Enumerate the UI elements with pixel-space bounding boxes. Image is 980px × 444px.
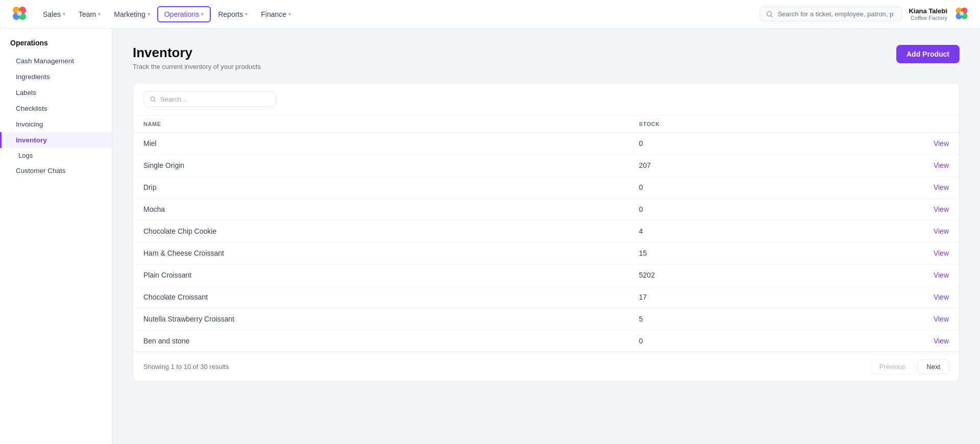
pagination-info: Showing 1 to 10 of 30 results xyxy=(143,363,229,371)
cell-name: Ben and stone xyxy=(133,330,629,352)
page-header-left: Inventory Track the current inventory of… xyxy=(133,45,261,70)
cell-name: Chocolate Croissant xyxy=(133,286,629,308)
sidebar-item-cash-management[interactable]: Cash Management xyxy=(0,53,112,69)
cell-stock: 0 xyxy=(629,177,876,199)
nav-menu: Sales ▾ Team ▾ Marketing ▾ Operations ▾ … xyxy=(37,6,760,22)
nav-reports[interactable]: Reports ▾ xyxy=(212,7,254,21)
user-name: Kiana Talebi xyxy=(909,7,947,15)
table-header-row: NAME STOCK xyxy=(133,116,959,133)
table-row: Miel 0 View xyxy=(133,133,959,155)
search-icon xyxy=(766,11,773,18)
cell-stock: 0 xyxy=(629,330,876,352)
cell-name: Plain Croissant xyxy=(133,264,629,286)
cell-name: Ham & Cheese Croissant xyxy=(133,242,629,264)
sidebar: Operations Cash Management Ingredients L… xyxy=(0,29,112,444)
view-link[interactable]: View xyxy=(876,242,959,264)
cell-stock: 15 xyxy=(629,242,876,264)
cell-name: Miel xyxy=(133,133,629,155)
cell-stock: 5202 xyxy=(629,264,876,286)
search-icon xyxy=(150,96,156,103)
nav-right: Kiana Talebi Coffee Factory xyxy=(760,6,970,22)
col-header-name: NAME xyxy=(133,116,629,133)
chevron-down-icon: ▾ xyxy=(98,11,101,17)
table-row: Ham & Cheese Croissant 15 View xyxy=(133,242,959,264)
chevron-down-icon: ▾ xyxy=(63,11,65,17)
view-link[interactable]: View xyxy=(876,286,959,308)
table-row: Single Origin 207 View xyxy=(133,155,959,177)
page-subtitle: Track the current inventory of your prod… xyxy=(133,63,261,70)
sidebar-item-inventory[interactable]: Inventory xyxy=(0,132,112,148)
user-info: Kiana Talebi Coffee Factory xyxy=(909,7,947,21)
inventory-table: NAME STOCK Miel 0 View Single Origin 207… xyxy=(133,116,959,352)
cell-stock: 207 xyxy=(629,155,876,177)
app-logo xyxy=(10,5,29,23)
chevron-down-icon: ▾ xyxy=(288,11,291,17)
cell-name: Nutella Strawberry Croissant xyxy=(133,308,629,330)
table-row: Drip 0 View xyxy=(133,177,959,199)
main-layout: Operations Cash Management Ingredients L… xyxy=(0,29,980,444)
pagination-buttons: Previous Next xyxy=(871,359,949,374)
nav-team[interactable]: Team ▾ xyxy=(72,7,107,21)
user-company: Coffee Factory xyxy=(909,15,947,21)
table-row: Mocha 0 View xyxy=(133,199,959,220)
main-content: Inventory Track the current inventory of… xyxy=(112,29,980,444)
cell-stock: 5 xyxy=(629,308,876,330)
sidebar-title: Operations xyxy=(0,39,112,53)
table-search-area xyxy=(133,83,959,116)
sidebar-item-customer-chats[interactable]: Customer Chats xyxy=(0,163,112,179)
top-navigation: Sales ▾ Team ▾ Marketing ▾ Operations ▾ … xyxy=(0,0,980,29)
nav-marketing[interactable]: Marketing ▾ xyxy=(108,7,156,21)
sidebar-item-logs[interactable]: Logs xyxy=(0,148,112,163)
table-row: Ben and stone 0 View xyxy=(133,330,959,352)
page-title: Inventory xyxy=(133,45,261,61)
previous-button[interactable]: Previous xyxy=(871,359,914,374)
app-logo-right xyxy=(953,6,970,22)
chevron-down-icon: ▾ xyxy=(148,11,150,17)
nav-sales[interactable]: Sales ▾ xyxy=(37,7,71,21)
sidebar-item-checklists[interactable]: Checklists xyxy=(0,101,112,116)
table-row: Chocolate Chip Cookie 4 View xyxy=(133,220,959,242)
view-link[interactable]: View xyxy=(876,199,959,220)
cell-name: Drip xyxy=(133,177,629,199)
page-header: Inventory Track the current inventory of… xyxy=(133,45,960,70)
next-button[interactable]: Next xyxy=(918,359,949,374)
sidebar-item-invoicing[interactable]: Invoicing xyxy=(0,116,112,132)
svg-point-4 xyxy=(17,11,22,16)
cell-name: Single Origin xyxy=(133,155,629,177)
pagination: Showing 1 to 10 of 30 results Previous N… xyxy=(133,352,959,381)
table-row: Plain Croissant 5202 View xyxy=(133,264,959,286)
sidebar-item-labels[interactable]: Labels xyxy=(0,85,112,101)
nav-operations[interactable]: Operations ▾ xyxy=(157,6,211,22)
table-row: Nutella Strawberry Croissant 5 View xyxy=(133,308,959,330)
chevron-down-icon: ▾ xyxy=(201,11,204,17)
sidebar-item-ingredients[interactable]: Ingredients xyxy=(0,69,112,85)
add-product-button[interactable]: Add Product xyxy=(896,45,960,63)
view-link[interactable]: View xyxy=(876,177,959,199)
cell-stock: 17 xyxy=(629,286,876,308)
inventory-table-container: NAME STOCK Miel 0 View Single Origin 207… xyxy=(133,83,960,382)
cell-name: Chocolate Chip Cookie xyxy=(133,220,629,242)
cell-stock: 0 xyxy=(629,133,876,155)
view-link[interactable]: View xyxy=(876,264,959,286)
cell-stock: 4 xyxy=(629,220,876,242)
table-search-bar[interactable] xyxy=(143,91,276,107)
chevron-down-icon: ▾ xyxy=(245,11,248,17)
col-header-stock: STOCK xyxy=(629,116,876,133)
table-row: Chocolate Croissant 17 View xyxy=(133,286,959,308)
view-link[interactable]: View xyxy=(876,155,959,177)
nav-finance[interactable]: Finance ▾ xyxy=(255,7,297,21)
view-link[interactable]: View xyxy=(876,330,959,352)
global-search[interactable] xyxy=(760,7,902,21)
cell-stock: 0 xyxy=(629,199,876,220)
view-link[interactable]: View xyxy=(876,308,959,330)
cell-name: Mocha xyxy=(133,199,629,220)
table-search-input[interactable] xyxy=(160,95,270,103)
view-link[interactable]: View xyxy=(876,133,959,155)
svg-point-10 xyxy=(960,11,964,15)
col-header-action xyxy=(876,116,959,133)
view-link[interactable]: View xyxy=(876,220,959,242)
global-search-input[interactable] xyxy=(777,10,896,18)
